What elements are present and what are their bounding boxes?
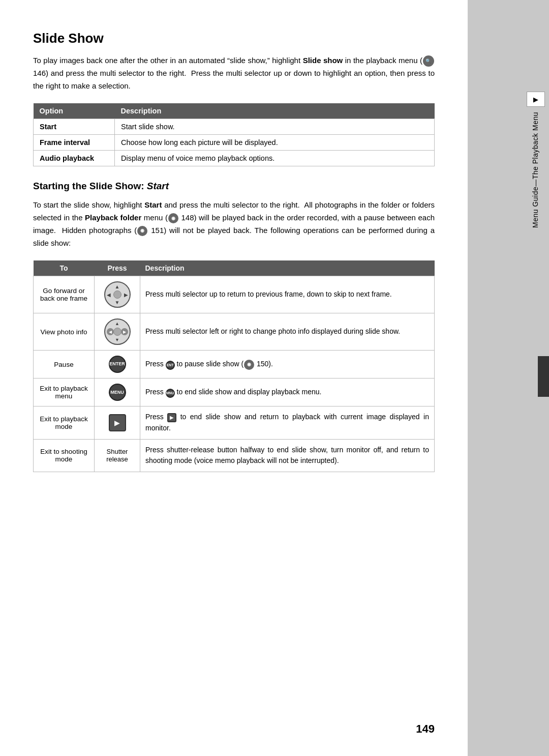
sidebar-label: Menu Guide—The Playback Menu (531, 112, 541, 228)
ops-to-info: View photo info (34, 313, 95, 351)
ops-press-multiselector-lr: ▲ ▼ ◀ ▶ (95, 313, 140, 351)
ops-to-exit-playback: Exit to playback mode (34, 406, 95, 439)
arrow-up-sm-icon: ▲ (115, 321, 119, 326)
ops-press-multiselector-ud: ▲ ▼ ◀ ▶ (95, 276, 140, 313)
page-number: 149 (416, 722, 435, 736)
option-audio-desc: Display menu of voice memo playback opti… (115, 151, 435, 166)
arrow-up-icon: ▲ (115, 284, 120, 289)
ms-lr-outer: ▲ ▼ ◀ ▶ (104, 318, 131, 345)
ops-to-pause: Pause (34, 351, 95, 379)
ops-press-shutter: Shutter release (95, 439, 140, 472)
multi-selector-lr-icon: ▲ ▼ ◀ ▶ (104, 318, 131, 345)
arrow-down-sm-icon: ▼ (115, 337, 119, 342)
option-table-row-start: Start Start slide show. (34, 119, 435, 135)
ms-center-button (113, 290, 121, 299)
ops-press-menu: MENU (95, 379, 140, 406)
option-table-row-audio: Audio playback Display menu of voice mem… (34, 151, 435, 166)
intro-text: To play images back one after the other … (33, 54, 435, 92)
section-heading: Starting the Slide Show: Start (33, 181, 435, 192)
ops-to-exit-menu: Exit to playback menu (34, 379, 95, 406)
ops-row-exit-menu: Exit to playback menu MENU Press MNU to … (34, 379, 435, 406)
ops-header-to: To (34, 260, 95, 276)
option-frame-interval-label: Frame interval (34, 135, 115, 151)
ops-desc-exit-menu: Press MNU to end slide show and display … (140, 379, 435, 406)
ops-row-go-forward: Go forward or back one frame ▲ ▼ ◀ ▶ Pre… (34, 276, 435, 313)
option-table-header-description: Description (115, 103, 435, 119)
enter-button-icon: ENTER (109, 356, 126, 373)
option-start-label: Start (34, 119, 115, 135)
menu-inline-icon: MNU (166, 389, 175, 398)
ops-desc-forward: Press multi selector up to return to pre… (140, 276, 435, 313)
main-content: Slide Show To play images back one after… (0, 0, 468, 756)
playback-button-icon: ▶ (109, 414, 126, 431)
ref-icon-146: 🔍 (423, 55, 434, 67)
option-table-row-frame-interval: Frame interval Choose how long each pict… (34, 135, 435, 151)
sidebar: ▶ Menu Guide—The Playback Menu (468, 0, 549, 756)
ms-right-btn: ▶ (121, 328, 128, 335)
ms-left-btn: ◀ (107, 328, 114, 335)
ops-header-press: Press (95, 260, 140, 276)
arrow-right-icon: ▶ (124, 292, 128, 298)
section-text: To start the slide show, highlight Start… (33, 199, 435, 249)
menu-button-icon: MENU (109, 384, 126, 401)
arrow-down-icon: ▼ (115, 300, 120, 305)
option-start-desc: Start slide show. (115, 119, 435, 135)
option-table-header-option: Option (34, 103, 115, 119)
ops-row-exit-shooting: Exit to shooting mode Shutter release Pr… (34, 439, 435, 472)
ms-center-lr (113, 328, 121, 336)
ref-icon-151: ◉ (137, 226, 147, 236)
multi-selector-updown-icon: ▲ ▼ ◀ ▶ (104, 281, 131, 308)
sidebar-scroll-indicator (538, 356, 549, 397)
ops-to-forward: Go forward or back one frame (34, 276, 95, 313)
ops-header-description: Description (140, 260, 435, 276)
ops-desc-exit-playback: Press ▶ to end slide show and return to … (140, 406, 435, 439)
ops-press-playback: ▶ (95, 406, 140, 439)
option-frame-interval-desc: Choose how long each picture will be dis… (115, 135, 435, 151)
ops-row-pause: Pause ENTER Press ENT to pause slide sho… (34, 351, 435, 379)
option-audio-label: Audio playback (34, 151, 115, 166)
playback-triangle-icon: ▶ (533, 96, 538, 103)
ops-desc-pause: Press ENT to pause slide show (◉ 150). (140, 351, 435, 379)
sidebar-playback-icon: ▶ (527, 92, 545, 107)
playback-inline-icon: ▶ (167, 413, 176, 422)
option-table: Option Description Start Start slide sho… (33, 103, 435, 166)
ops-to-exit-shooting: Exit to shooting mode (34, 439, 95, 472)
ref-icon-150: ◉ (244, 360, 254, 370)
ops-row-exit-playback: Exit to playback mode ▶ Press ▶ to end s… (34, 406, 435, 439)
operations-table: To Press Description Go forward or back … (33, 260, 435, 472)
ref-icon-148a: ◉ (168, 213, 178, 223)
arrow-left-icon: ◀ (107, 292, 111, 298)
ops-row-view-info: View photo info ▲ ▼ ◀ ▶ Press m (34, 313, 435, 351)
ops-desc-exit-shooting: Press shutter-release button halfway to … (140, 439, 435, 472)
ops-desc-info: Press multi selector left or right to ch… (140, 313, 435, 351)
page-title: Slide Show (33, 31, 435, 46)
sidebar-tab: ▶ Menu Guide—The Playback Menu (523, 92, 549, 228)
ops-press-enter: ENTER (95, 351, 140, 379)
enter-inline-icon: ENT (166, 361, 175, 370)
page-wrapper: Slide Show To play images back one after… (0, 0, 549, 756)
